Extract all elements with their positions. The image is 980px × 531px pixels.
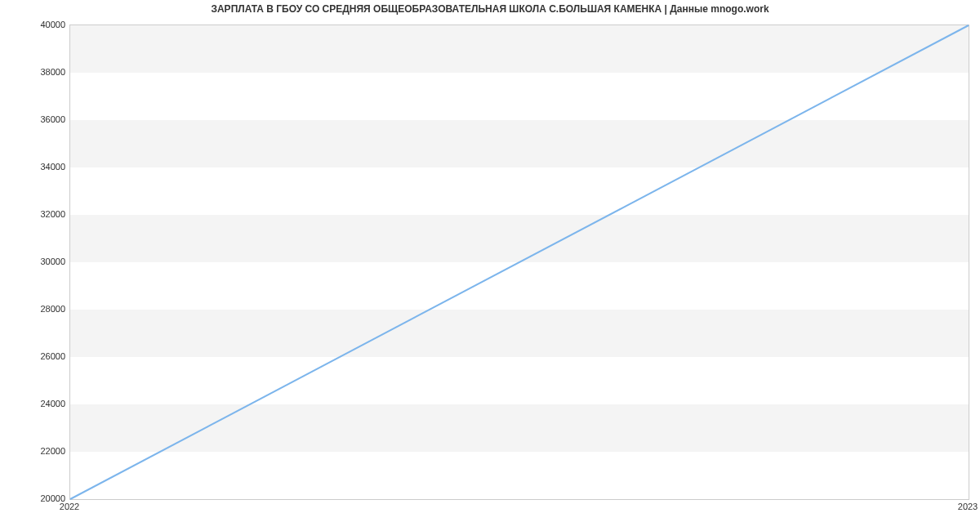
y-tick-label: 36000 [0, 114, 65, 124]
y-tick-label: 30000 [0, 257, 65, 266]
y-tick-label: 22000 [0, 446, 65, 456]
y-tick-label: 38000 [0, 67, 65, 77]
y-tick-label: 26000 [0, 351, 65, 361]
y-tick-label: 34000 [0, 162, 65, 172]
y-tick-label: 40000 [0, 20, 65, 29]
x-tick-label: 2023 [958, 502, 978, 511]
chart-container: ЗАРПЛАТА В ГБОУ СО СРЕДНЯЯ ОБЩЕОБРАЗОВАТ… [0, 0, 980, 531]
y-tick-label: 24000 [0, 399, 65, 408]
chart-line-layer [70, 25, 969, 499]
y-tick-label: 20000 [0, 493, 65, 503]
chart-title: ЗАРПЛАТА В ГБОУ СО СРЕДНЯЯ ОБЩЕОБРАЗОВАТ… [0, 3, 980, 15]
x-tick-label: 2022 [60, 502, 79, 511]
y-tick-label: 28000 [0, 304, 65, 314]
chart-line [70, 25, 969, 499]
plot-area [69, 25, 969, 500]
y-tick-label: 32000 [0, 209, 65, 219]
